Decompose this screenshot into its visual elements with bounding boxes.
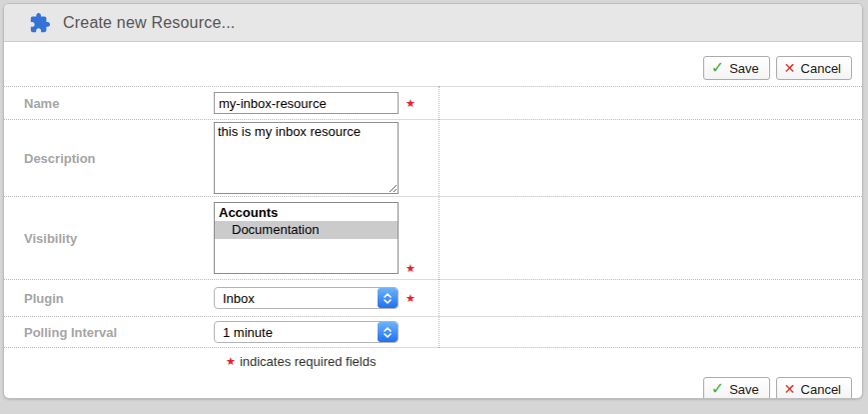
resource-form: Name ★ Description this is my inbox reso…: [4, 86, 862, 348]
polling-interval-label: Polling Interval: [4, 325, 214, 340]
required-note-text: indicates required fields: [240, 354, 377, 369]
name-label: Name: [4, 96, 214, 111]
required-star: ★: [406, 263, 416, 274]
save-button[interactable]: ✓ Save: [703, 377, 770, 399]
name-input[interactable]: [214, 92, 399, 114]
listbox-group-label: Accounts: [215, 203, 398, 221]
x-icon: ✕: [784, 382, 796, 396]
chevron-up-down-icon: [378, 322, 398, 342]
puzzle-piece-icon: [29, 12, 51, 34]
name-control: ★: [214, 92, 416, 114]
visibility-control: Accounts Documentation ★: [214, 202, 416, 274]
required-star: ★: [226, 356, 236, 367]
cancel-button[interactable]: ✕ Cancel: [776, 56, 852, 80]
save-button-label: Save: [729, 382, 759, 397]
cancel-button[interactable]: ✕ Cancel: [776, 377, 852, 399]
form-row-name: Name ★: [4, 86, 862, 120]
description-label: Description: [4, 151, 214, 166]
x-icon: ✕: [784, 61, 796, 75]
required-star: ★: [406, 98, 416, 109]
form-row-description: Description this is my inbox resource: [4, 120, 862, 197]
panel-header: Create new Resource...: [4, 4, 862, 42]
polling-interval-select[interactable]: 1 minute: [214, 321, 399, 343]
description-textarea[interactable]: this is my inbox resource: [214, 122, 399, 194]
plugin-label: Plugin: [4, 291, 214, 306]
cancel-button-label: Cancel: [801, 382, 841, 397]
plugin-control: Inbox ★: [214, 287, 416, 309]
visibility-listbox[interactable]: Accounts Documentation: [214, 202, 399, 274]
form-row-plugin: Plugin Inbox ★: [4, 280, 862, 317]
description-control: this is my inbox resource: [214, 122, 399, 194]
cancel-button-label: Cancel: [801, 61, 841, 76]
check-icon: ✓: [711, 61, 724, 75]
chevron-up-down-icon: [378, 288, 398, 308]
page-title: Create new Resource...: [63, 14, 235, 32]
form-row-visibility: Visibility Accounts Documentation ★: [4, 197, 862, 280]
listbox-option-documentation[interactable]: Documentation: [215, 221, 398, 239]
create-resource-panel: Create new Resource... ✓ Save ✕ Cancel N…: [3, 3, 863, 399]
check-icon: ✓: [711, 382, 724, 396]
toolbar-bottom: ✓ Save ✕ Cancel: [4, 372, 862, 399]
polling-interval-select-value: 1 minute: [215, 325, 378, 340]
visibility-label: Visibility: [4, 231, 214, 246]
polling-interval-control: 1 minute: [214, 321, 399, 343]
required-star: ★: [406, 293, 416, 304]
form-row-polling-interval: Polling Interval 1 minute: [4, 317, 862, 348]
toolbar-top: ✓ Save ✕ Cancel: [4, 42, 862, 86]
plugin-select[interactable]: Inbox: [214, 287, 399, 309]
save-button-label: Save: [729, 61, 759, 76]
plugin-select-value: Inbox: [215, 291, 378, 306]
save-button[interactable]: ✓ Save: [703, 56, 770, 80]
required-note: ★ indicates required fields: [226, 353, 862, 370]
